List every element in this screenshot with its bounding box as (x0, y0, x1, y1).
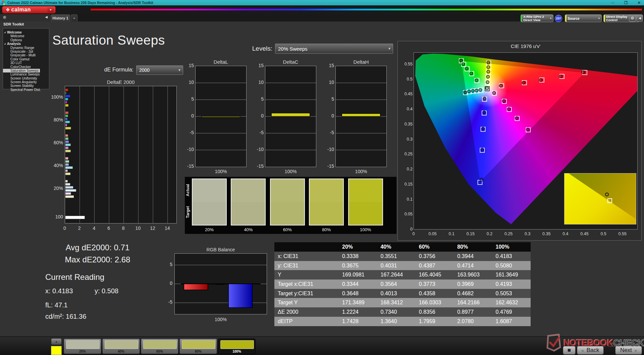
deltae-chart (65, 86, 177, 223)
meter-select-button[interactable]: X-Rite i1Pro 2 Direct View ▼ (521, 14, 553, 22)
dh-ytick-label: 15 (321, 63, 334, 68)
cie-measured-point (468, 90, 471, 93)
cie-measured-point (479, 88, 482, 91)
settings-button[interactable]: ⚙ (629, 14, 636, 22)
table-row-label: Target Y (274, 298, 339, 307)
deltae-ytick-label: 60% (47, 140, 63, 145)
patch-label: 40% (103, 350, 140, 353)
next-button[interactable]: Next » (615, 346, 642, 355)
patch-button-60%[interactable]: 60% (141, 339, 178, 354)
target-swatch (231, 202, 265, 225)
chevron-down-icon: ▼ (386, 47, 393, 50)
sidebar-item-saturation-sweeps[interactable]: Saturation Sweeps (3, 69, 40, 72)
sidebar-item-spectral-power-dist-[interactable]: Spectral Power Dist. (3, 88, 49, 92)
sidebar-item-color-gamut[interactable]: Color Gamut (3, 57, 49, 61)
cie-measured-point (464, 91, 467, 94)
sidebar-item-screen-uniformity[interactable]: Screen Uniformity (3, 77, 49, 80)
panel-collapse-button[interactable]: ◀ (637, 14, 643, 22)
pattern-window-button[interactable]: ▲ (51, 338, 62, 345)
cie-xtick-label: 0.45 (578, 232, 591, 236)
sidebar-collapse-icon[interactable]: ◀ (45, 15, 48, 19)
media-control-button[interactable]: ⏸ (607, 340, 617, 347)
dh-ytick-label: -15 (321, 163, 334, 169)
tab-add-button[interactable]: + (71, 14, 77, 21)
sidebar-item-analysis[interactable]: Analysis (3, 42, 49, 46)
sidebar-item-screen-stability[interactable]: Screen Stability (3, 84, 49, 88)
dl-ytick-label: 0 (181, 113, 194, 118)
table-value-cell: 0.4013 (377, 289, 415, 298)
table-row: y: CIE310.36750.40310.43870.47140.5080 (274, 261, 531, 270)
patch-button-40%[interactable]: 40% (102, 339, 140, 354)
sidebar-item-options[interactable]: Options (3, 38, 49, 42)
inset-target-marker (607, 198, 612, 203)
sidebar-item-colorchecker[interactable]: ColorChecker (3, 65, 49, 69)
sidebar-item-dynamic-range[interactable]: Dynamic Range (3, 46, 49, 50)
sidebar-dot-button[interactable] (3, 15, 7, 19)
back-button[interactable]: « Back (577, 346, 604, 355)
deltae-chart-title: DeltaE 2000 (70, 79, 171, 85)
patch-button-80%[interactable]: 80% (179, 339, 217, 354)
meter-reading-badge[interactable]: 237 (555, 15, 562, 22)
media-control-button[interactable]: ◀ (585, 340, 595, 347)
media-control-button[interactable]: ▶ (596, 340, 606, 347)
restore-button[interactable]: ❐ (624, 0, 628, 5)
table-value-cell: 0.4682 (454, 289, 492, 298)
table-header-cell: 60% (416, 242, 454, 252)
table-value-cell: 161.3649 (492, 270, 531, 280)
calman-menu-button[interactable]: ❖ calman ▼ (2, 6, 56, 13)
cie-measured-point (475, 79, 478, 82)
table-value-cell: 167.2644 (377, 270, 415, 280)
table-value-cell: 165.4045 (416, 270, 454, 280)
sidebar-item-3d-lut[interactable]: 3D LUT (3, 61, 49, 65)
deltae-ytick-label: 100 (47, 214, 63, 219)
sidebar-item-welcome[interactable]: Welcome (3, 31, 49, 34)
cie-xtick-label: 0 (407, 232, 420, 236)
cie-measured-point (515, 117, 518, 120)
media-control-button[interactable]: ⏭ (619, 340, 628, 347)
chevron-down-icon: ▼ (47, 7, 54, 12)
sidebar-item-screen-angularity[interactable]: Screen Angularity (3, 80, 49, 84)
cie-measured-point (482, 127, 485, 130)
minimize-button[interactable]: ─ (611, 0, 614, 5)
dl-ytick-label: 10 (181, 80, 194, 85)
deltae-xtick-label: 14 (162, 225, 172, 231)
dl-ytick-label: 15 (181, 63, 194, 68)
media-control-button[interactable]: ⏮ (574, 340, 584, 347)
levels-select[interactable]: 20% Sweeps ▼ (275, 44, 393, 54)
table-value-cell: 0.3756 (416, 252, 454, 261)
table-value-cell: 0.4031 (377, 261, 415, 270)
cie-diagram-panel: CIE 1976 u'v' 000.050.050.10.10.150.150.… (397, 41, 642, 241)
cie-measured-point (485, 87, 488, 90)
current-x-value: x: 0.4183 (45, 287, 73, 295)
close-button[interactable]: ✕ (638, 0, 641, 5)
sidebar-item-grayscale-multi[interactable]: Grayscale - Multi (3, 53, 49, 57)
stop-button[interactable]: ■ (563, 346, 576, 355)
back-label: Back (587, 347, 599, 354)
patch-button-20%[interactable]: 20% (64, 339, 101, 354)
avg-de2000-value: Avg dE2000: 0.71 (54, 243, 142, 252)
current-cdm2-value: cd/m²: 161.36 (45, 313, 86, 320)
sidebar-item-grayscale-2pt[interactable]: Grayscale - 2pt (3, 50, 49, 53)
media-control-button[interactable]: ● (630, 340, 639, 347)
sidebar-item-luminance-sweeps[interactable]: Luminance Sweeps (3, 72, 49, 76)
target-row-label: Target (185, 201, 191, 223)
cie-xtick-label: 0.35 (540, 232, 553, 236)
table-value-cell: 0.8977 (454, 307, 492, 317)
cie-measured-point (483, 97, 486, 100)
swatch-cell-100% (348, 179, 383, 225)
next-label: Next (620, 347, 632, 354)
table-header-cell: 20% (339, 242, 377, 252)
tab-history[interactable]: History 1 (51, 14, 70, 21)
de-formula-select[interactable]: 2000 ▼ (136, 65, 183, 75)
patch-button-100%[interactable]: 100% (218, 339, 256, 354)
source-select-button[interactable]: Source ▼ (565, 14, 602, 22)
chevrons-right-icon: » (635, 348, 637, 353)
workflow-tree: WelcomeWelcomeOptionsAnalysisDynamic Ran… (3, 28, 49, 89)
sidebar-item-welcome[interactable]: Welcome (3, 34, 49, 38)
cie-measured-point (507, 108, 511, 111)
cie-xtick-label: 0.25 (502, 232, 515, 236)
actual-swatch (271, 179, 304, 202)
deltae-ytick-label: 100% (47, 94, 63, 100)
cie-ytick-label: 0.4 (398, 107, 413, 111)
cie-measured-point (487, 70, 490, 73)
